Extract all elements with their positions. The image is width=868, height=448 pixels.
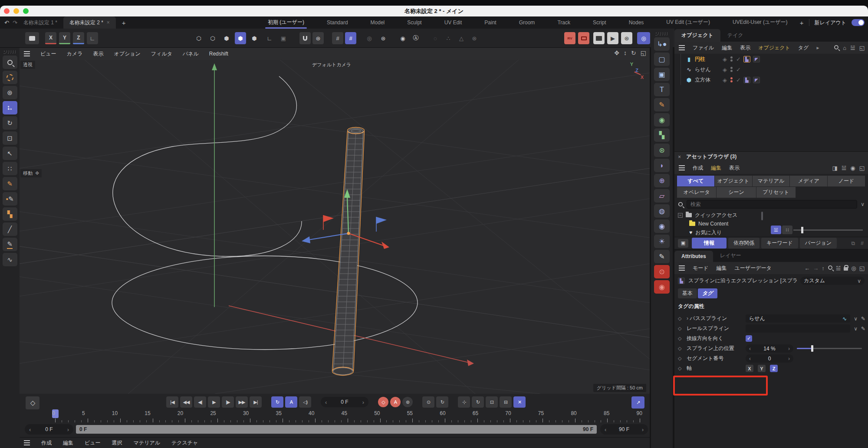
layout-tab-uvedit-user[interactable]: UV Edit (ユーザー) — [665, 16, 711, 29]
render-view-clapper-icon[interactable] — [593, 32, 605, 44]
redshift-renderview-icon[interactable]: RV — [564, 32, 575, 44]
falloff-icon[interactable]: ◎ — [364, 32, 375, 44]
cursor-move-tool[interactable]: ↖ — [3, 147, 17, 160]
cylinder-object[interactable] — [332, 128, 365, 376]
mat-menu-view[interactable]: ビュー — [85, 439, 101, 447]
recycle-icon[interactable]: △ — [456, 32, 467, 44]
vp-menu-filter[interactable]: フィルタ — [151, 50, 172, 58]
attr-record-icon[interactable]: ◎ — [851, 265, 856, 271]
tweak-tool[interactable]: ⊛ — [3, 86, 17, 99]
frame-ruler[interactable]: 05 1015 2025 3035 4045 5055 6065 7075 80… — [52, 410, 642, 416]
spline-pen-tool[interactable]: ✎ — [3, 177, 17, 190]
om-menu-more-icon[interactable]: ▸ — [816, 45, 819, 51]
mat-menu-texture[interactable]: テクスチャ — [171, 439, 198, 447]
texture-mode-icon[interactable]: ⬢ — [249, 32, 260, 44]
isolate-icon[interactable]: ◌ — [430, 32, 441, 44]
close-asset-browser-icon[interactable]: × — [678, 154, 681, 160]
layout-lock-toggle[interactable] — [852, 19, 865, 26]
range-start-stepper[interactable]: ‹0 F› — [25, 424, 73, 435]
filter-media[interactable]: メディア — [790, 176, 828, 186]
info-tab[interactable]: 情報 — [692, 238, 727, 249]
spline-object-icon[interactable]: ↳● — [654, 37, 670, 51]
filter-all[interactable]: すべて — [677, 176, 715, 186]
ab-panel-icon[interactable]: ◨ — [832, 165, 837, 171]
instance-object-icon[interactable]: ▱ — [654, 189, 670, 203]
edges-mode-icon[interactable]: ⬡ — [207, 32, 218, 44]
thumbnail-size-slider[interactable] — [793, 229, 863, 231]
ab-menu-create[interactable]: 作成 — [693, 164, 703, 172]
tab-tag[interactable]: タグ — [698, 288, 717, 298]
filter-materials[interactable]: マテリアル — [753, 176, 790, 186]
vp-menu-display[interactable]: 表示 — [93, 50, 103, 58]
rotate-tool[interactable]: ↻ — [3, 116, 17, 130]
eyedropper-icon[interactable]: ✎ — [861, 316, 865, 322]
tree-item-new-content[interactable]: New Content — [674, 219, 761, 228]
live-selection-tool[interactable] — [3, 71, 17, 84]
om-undock-icon[interactable]: ◱ — [859, 45, 865, 51]
points-mode-icon[interactable]: ⬡ — [193, 32, 204, 44]
prev-frame-button[interactable]: ◀| — [194, 396, 206, 408]
tab-takes[interactable]: テイク — [720, 29, 750, 42]
key-parameter-button[interactable]: ⊟ — [500, 396, 512, 408]
history-forward-icon[interactable]: → — [813, 265, 819, 271]
quantize-grid-icon[interactable]: # — [345, 32, 356, 44]
layout-tab-uvedit[interactable]: UV Edit — [444, 17, 463, 28]
expression-tag-icon[interactable]: ▙ — [743, 56, 750, 62]
play-mode-button[interactable]: A — [285, 396, 297, 408]
enable-diamond-icon[interactable]: ◈ — [723, 77, 727, 83]
key-diamond-icon[interactable]: ◇ — [678, 326, 683, 331]
deformer-icon[interactable]: ◗ — [654, 159, 670, 172]
axis-z-button[interactable]: Z — [770, 365, 778, 372]
timeline-editor-button[interactable]: ↗ — [631, 396, 644, 409]
om-menu-view[interactable]: 表示 — [740, 44, 750, 52]
key-scale-button[interactable]: ↻ — [472, 396, 484, 408]
om-filter-icon[interactable]: ☱ — [850, 45, 855, 51]
frame-ruler-ticks[interactable] — [55, 419, 640, 422]
tab-layers[interactable]: レイヤー — [713, 249, 748, 262]
segment-stepper[interactable]: ‹ 0 › — [746, 354, 793, 363]
path-spline-field[interactable]: らせん ∿ — [746, 314, 850, 323]
next-frame-button[interactable]: |▶ — [222, 396, 234, 408]
undo-icon[interactable]: ↶ — [4, 20, 9, 26]
volume-builder-icon[interactable]: ▚ — [654, 128, 670, 142]
enabled-check-icon[interactable]: ✓ — [736, 77, 741, 83]
ab-record-icon[interactable]: ◉ — [850, 165, 855, 171]
object-list-empty-area[interactable] — [674, 93, 868, 151]
phong-tag-icon[interactable]: ◤ — [753, 77, 760, 83]
ab-hamburger-icon[interactable] — [679, 167, 685, 168]
filter-presets[interactable]: プリセット — [756, 187, 796, 198]
document-tab-2[interactable]: 名称未設定 2 * × — [63, 16, 116, 29]
attr-menu-userdata[interactable]: ユーザーデータ — [735, 265, 772, 272]
enabled-check-icon[interactable]: ✓ — [736, 56, 741, 62]
object-row-helix[interactable]: ∿ らせん ◈ ✓ — [674, 64, 868, 75]
tangential-checkbox[interactable]: ✓ — [746, 335, 752, 342]
om-menu-tags[interactable]: タグ — [798, 44, 809, 52]
layout-tab-groom[interactable]: Groom — [518, 17, 536, 28]
snap-magnet-icon[interactable] — [299, 32, 311, 44]
add-keyframe-button[interactable]: ◇ — [26, 396, 39, 409]
key-diamond-icon[interactable]: ◇ — [678, 366, 683, 371]
move-tool[interactable]: ↔↔ — [3, 101, 17, 114]
om-search-icon[interactable] — [834, 45, 838, 49]
keyframe-settings-button[interactable]: ⊛ — [402, 397, 413, 407]
visibility-dots[interactable] — [730, 56, 733, 62]
brush-tool[interactable]: ╱ — [3, 222, 17, 236]
tab-attributes[interactable]: Attributes — [674, 251, 713, 262]
z-axis-lock-button[interactable]: Z — [73, 32, 84, 44]
phong-tag-icon[interactable]: ◤ — [753, 56, 760, 62]
coordinate-system-icon[interactable]: ∟ — [87, 32, 98, 44]
mat-menu-edit[interactable]: 編集 — [63, 439, 73, 447]
material-hamburger-icon[interactable] — [24, 442, 30, 443]
preview-range-bar[interactable]: 0 F 90 F — [76, 425, 597, 434]
points-move-tool[interactable]: ∷ — [3, 162, 17, 175]
collapse-icon[interactable]: − — [678, 213, 683, 218]
axis-x-button[interactable]: X — [746, 365, 753, 372]
add-layout-button[interactable]: + — [800, 20, 804, 26]
sketch-spline-tool[interactable]: ▪✎ — [3, 192, 17, 206]
light-object-icon[interactable]: ☀ — [654, 235, 670, 248]
render-to-pv-icon[interactable]: ▶ — [607, 32, 618, 44]
render-settings-icon[interactable]: ⊛ — [621, 32, 632, 44]
spline-position-slider[interactable] — [797, 348, 862, 349]
om-menu-edit[interactable]: 編集 — [722, 44, 732, 52]
layout-tab-nodes[interactable]: Nodes — [628, 17, 645, 28]
